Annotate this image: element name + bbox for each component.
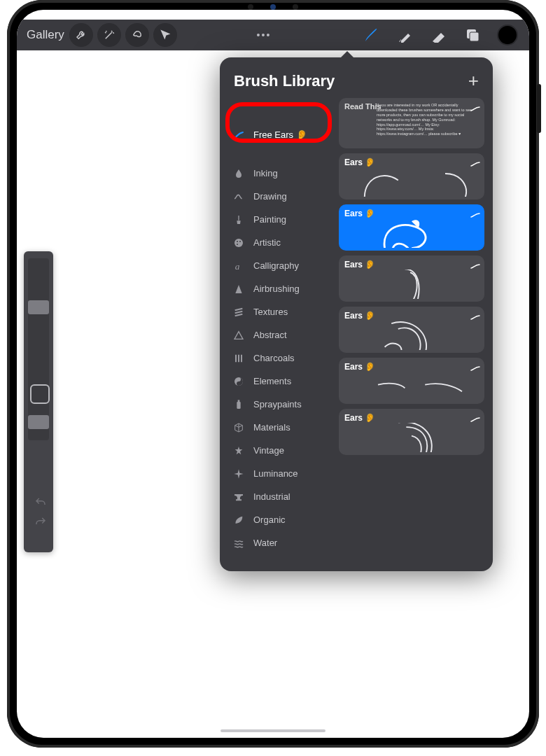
brush-item[interactable]: Ears 👂	[339, 255, 484, 302]
category-textures[interactable]: Textures	[220, 300, 339, 323]
brush-label: Read ThisIf you are interested in my wor…	[344, 102, 479, 136]
home-indicator	[220, 729, 326, 732]
redo-icon[interactable]	[28, 512, 53, 532]
brush-preview	[344, 321, 479, 350]
color-picker[interactable]	[497, 24, 518, 46]
svg-rect-8	[237, 402, 240, 409]
category-label: Vintage	[253, 445, 284, 456]
cursor-icon[interactable]	[153, 23, 177, 47]
wrench-icon[interactable]	[69, 23, 93, 47]
modifier-button[interactable]	[30, 384, 50, 404]
category-label: Water	[253, 538, 277, 548]
a-icon: a	[232, 260, 245, 272]
category-artistic[interactable]: Artistic	[220, 231, 339, 254]
leaf-icon	[232, 514, 245, 526]
hatch-icon	[232, 307, 245, 318]
category-charcoals[interactable]: Charcoals	[220, 346, 339, 370]
category-label: Free Ears 👂	[253, 130, 307, 140]
brush-size-knob[interactable]	[28, 300, 49, 314]
category-calligraphy[interactable]: aCalligraphy	[220, 254, 339, 277]
category-label: Luminance	[253, 468, 298, 479]
category-materials[interactable]: Materials	[220, 416, 339, 439]
waves-icon	[232, 538, 245, 549]
brush-opacity-knob[interactable]	[28, 415, 49, 429]
category-label: Organic	[253, 514, 286, 525]
category-label: Spraypaints	[253, 399, 302, 410]
gallery-button[interactable]: Gallery	[24, 28, 67, 42]
brush-size-slider[interactable]	[28, 258, 49, 440]
category-luminance[interactable]: Luminance	[220, 462, 339, 485]
brush-label: Ears 👂	[344, 362, 479, 372]
category-label: Drawing	[253, 191, 287, 202]
category-painting[interactable]: Painting	[220, 208, 339, 231]
brush-label: Ears 👂	[344, 260, 479, 270]
brush-item[interactable]: Ears 👂	[339, 307, 484, 353]
brush-item[interactable]: Ears 👂	[339, 204, 484, 251]
category-airbrushing[interactable]: Airbrushing	[220, 277, 339, 300]
screen: Gallery •••	[17, 10, 529, 738]
wand-icon[interactable]	[97, 23, 121, 47]
top-toolbar: Gallery •••	[17, 20, 529, 50]
device-frame: Gallery •••	[7, 0, 539, 748]
category-abstract[interactable]: Abstract	[220, 323, 339, 346]
category-inking[interactable]: Inking	[220, 162, 339, 185]
category-label: Artistic	[253, 237, 281, 248]
power-button	[537, 84, 541, 133]
category-free-ears-[interactable]: Free Ears 👂	[220, 123, 339, 146]
brush-item[interactable]: Ears 👂	[339, 358, 484, 404]
triangle-icon	[232, 330, 245, 341]
add-brush-button[interactable]: +	[468, 70, 479, 92]
eraser-icon[interactable]	[430, 26, 448, 44]
undo-icon[interactable]	[28, 493, 53, 512]
ellipsis-icon[interactable]: •••	[257, 29, 272, 41]
popover-title: Brush Library	[234, 72, 335, 90]
svg-point-4	[239, 241, 241, 242]
brush-stroke-icon	[470, 413, 479, 417]
layers-icon[interactable]	[463, 26, 482, 44]
category-industrial[interactable]: Industrial	[220, 485, 339, 508]
brush-item[interactable]: Ears 👂	[339, 409, 484, 455]
brush-icon	[232, 214, 245, 225]
brush-stroke-icon	[470, 311, 479, 315]
brush-stroke-icon	[470, 158, 479, 162]
can-icon	[232, 399, 245, 410]
brush-stroke-icon	[470, 362, 479, 366]
category-water[interactable]: Water	[220, 531, 339, 554]
brush-stroke-icon	[470, 209, 479, 213]
category-label: Industrial	[253, 491, 290, 502]
brush-preview	[344, 372, 479, 401]
drop-icon	[232, 168, 245, 179]
brush-label: Ears 👂	[344, 209, 479, 218]
brush-item[interactable]: Read ThisIf you are interested in my wor…	[339, 98, 484, 148]
svg-point-2	[234, 239, 243, 247]
svg-point-3	[237, 241, 238, 242]
selection-icon[interactable]	[125, 23, 149, 47]
brush-item[interactable]: Ears 👂	[339, 153, 484, 200]
brush-label: Ears 👂	[344, 158, 479, 167]
bars-icon	[232, 353, 245, 364]
brush-preview	[344, 218, 479, 248]
category-label: Elements	[253, 376, 291, 386]
category-elements[interactable]: Elements	[220, 370, 339, 393]
spray-icon	[232, 284, 245, 295]
brush-stroke-icon	[470, 102, 479, 106]
category-drawing[interactable]: Drawing	[220, 185, 339, 208]
svg-point-5	[237, 244, 238, 245]
squiggle-icon	[232, 191, 245, 202]
category-label: Painting	[253, 214, 286, 225]
brush-label: Ears 👂	[344, 311, 479, 321]
category-spraypaints[interactable]: Spraypaints	[220, 393, 339, 416]
brush-preview	[344, 167, 479, 197]
anvil-icon	[232, 491, 245, 503]
category-organic[interactable]: Organic	[220, 508, 339, 531]
yinyang-icon	[232, 376, 245, 387]
brush-icon[interactable]	[363, 26, 381, 44]
brush-category-list[interactable]: Recent Free Ears 👂InkingDrawingPaintingA…	[220, 98, 339, 564]
category-vintage[interactable]: Vintage	[220, 439, 339, 462]
svg-rect-9	[238, 400, 240, 402]
star-icon	[232, 445, 245, 456]
brush-list[interactable]: Read ThisIf you are interested in my wor…	[339, 98, 493, 564]
smudge-icon[interactable]	[396, 26, 414, 44]
category-label: Charcoals	[253, 353, 295, 363]
popover-arrow	[340, 51, 354, 58]
